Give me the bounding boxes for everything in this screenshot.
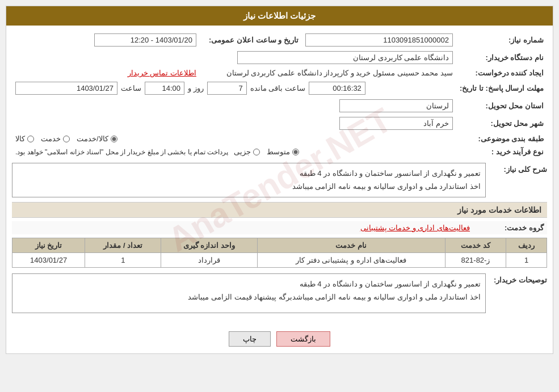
city-label: شهر محل تحویل:	[456, 115, 547, 132]
need-number-label: شماره نیاز:	[456, 31, 547, 49]
deadline-remaining: 00:16:32	[309, 82, 365, 95]
need-number-value: 1103091851000002	[305, 33, 453, 47]
category-label: طبقه بندی موضوعی:	[456, 132, 547, 145]
category-label-kala-khedmat: کالا/خدمت	[77, 134, 108, 143]
purchase-type-label-mutavassit: متوسط	[267, 147, 290, 156]
deadline-time: 14:00	[145, 82, 184, 95]
purchase-type-label: نوع فرآیند خرید :	[456, 145, 547, 158]
category-label-khedmat: خدمت	[41, 134, 61, 143]
group-service-value[interactable]: فعالیت‌های اداری و خدمات پشتیبانی	[360, 224, 470, 232]
deadline-time-label: ساعت	[121, 84, 141, 92]
category-option-khedmat[interactable]: خدمت	[41, 134, 70, 143]
deadline-days: 7	[207, 82, 247, 95]
services-section-title: اطلاعات خدمات مورد نیاز	[12, 202, 547, 218]
cell-name-1: فعالیت‌های اداره و پشتیبانی دفتر کار	[257, 252, 445, 267]
purchase-note: پرداخت تمام یا بخشی از مبلغ خریدار از مح…	[15, 148, 228, 156]
category-radio-kala-khedmat	[111, 136, 117, 142]
col-row: ردیف	[506, 238, 547, 252]
cell-code-1: ز-82-821	[445, 252, 506, 267]
purchase-type-radio-mutavassit	[292, 149, 299, 155]
cell-row-1: 1	[506, 252, 547, 267]
category-option-kala-khedmat[interactable]: کالا/خدمت	[77, 134, 117, 143]
purchase-type-radio-jozi	[253, 149, 260, 155]
category-radio-khedmat	[63, 136, 70, 142]
description-box: تعمیر و نگهداری از اسانسور ساختمان و دان…	[12, 163, 486, 197]
buyer-notes-line2: اخذ استاندارد ملی و ادواری سالیانه و بیم…	[17, 290, 481, 304]
purchase-type-label-jozi: جزیی	[234, 147, 251, 156]
back-button[interactable]: بازگشت	[276, 331, 330, 347]
description-label: شرح کلی نیاز:	[490, 163, 547, 174]
col-code: کد خدمت	[445, 238, 506, 252]
table-row: 1 ز-82-821 فعالیت‌های اداره و پشتیبانی د…	[12, 252, 547, 267]
deadline-remaining-label: ساعت باقی مانده	[250, 84, 305, 92]
category-label-kala: کالا	[15, 134, 25, 143]
col-unit: واحد اندازه گیری	[161, 238, 257, 252]
cell-quantity-1: 1	[85, 252, 161, 267]
group-service-label: گروه خدمت:	[473, 221, 547, 234]
announce-value: 1403/01/20 - 12:20	[94, 33, 196, 47]
deadline-days-label: روز و	[188, 84, 204, 92]
col-quantity: تعداد / مقدار	[85, 238, 161, 252]
province-value: لرستان	[339, 99, 453, 112]
buyer-notes-box: تعمیر و نگهداری از اسانسور ساختمان و دان…	[12, 273, 486, 313]
services-table: ردیف کد خدمت نام خدمت واحد اندازه گیری ت…	[12, 238, 547, 268]
department-label: نام دستگاه خریدار:	[456, 49, 547, 66]
cell-unit-1: قرارداد	[161, 252, 257, 267]
buyer-notes-label: توصیحات خریدار:	[490, 273, 547, 284]
response-deadline-label: مهلت ارسال پاسخ: تا تاریخ:	[456, 79, 547, 97]
category-option-kala[interactable]: کالا	[15, 134, 34, 143]
purchase-type-option-jozi[interactable]: جزیی	[234, 147, 260, 156]
category-radio-kala	[27, 136, 34, 142]
contact-link[interactable]: اطلاعات تماس خریدار	[128, 69, 196, 77]
description-line1: تعمیر و نگهداری از اسانسور ساختمان و دان…	[17, 167, 481, 180]
creator-label: ایجاد کننده درخواست:	[456, 66, 547, 79]
col-name: نام خدمت	[257, 238, 445, 252]
bottom-buttons-area: بازگشت چاپ	[6, 324, 553, 353]
creator-value: سید محمد حسینی مسئول خرید و کارپرداز دان…	[226, 69, 453, 77]
department-value: دانشگاه علمی کاربردی لرستان	[237, 51, 453, 64]
buyer-notes-line1: تعمیر و نگهداری از اسانسور ساختمان و دان…	[17, 277, 481, 290]
city-value: خرم آباد	[339, 117, 453, 130]
description-line2: اخذ استاندارد ملی و ادواری سالیانه و بیم…	[17, 180, 481, 193]
announce-label: تاریخ و ساعت اعلان عمومی:	[200, 31, 302, 49]
purchase-type-option-mutavassit[interactable]: متوسط	[267, 147, 299, 156]
cell-date-1: 1403/01/27	[12, 252, 85, 267]
print-button[interactable]: چاپ	[229, 331, 271, 347]
deadline-date: 1403/01/27	[15, 82, 117, 95]
province-label: استان محل تحویل:	[456, 97, 547, 115]
page-title: جزئیات اطلاعات نیاز	[6, 6, 553, 26]
col-date: تاریخ نیاز	[12, 238, 85, 252]
